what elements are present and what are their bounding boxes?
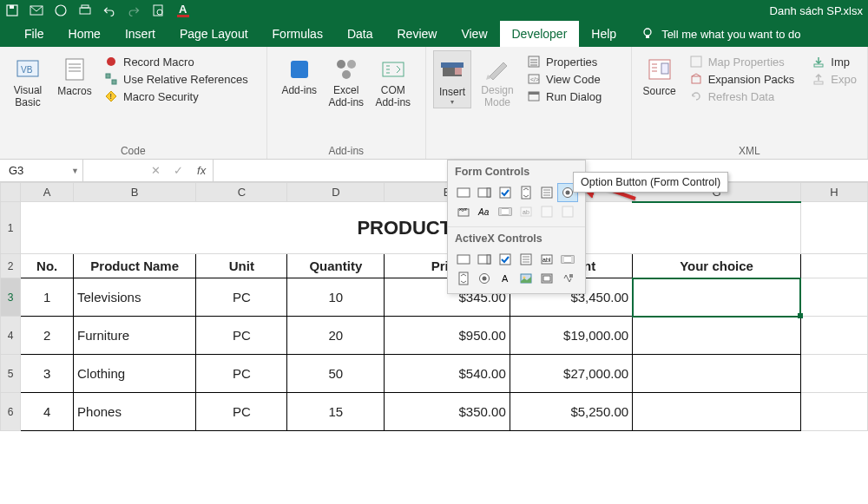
- properties-button[interactable]: Properties: [523, 54, 605, 69]
- cell-A5[interactable]: 3: [21, 355, 74, 393]
- expansion-packs-button[interactable]: Expansion Packs: [686, 71, 799, 87]
- source-button[interactable]: Source: [639, 50, 681, 99]
- email-icon[interactable]: [30, 3, 43, 17]
- label-activex[interactable]: A: [495, 269, 516, 288]
- groupbox-form-control[interactable]: xyz: [453, 202, 474, 221]
- button-form-control[interactable]: [453, 183, 474, 202]
- col-header-D[interactable]: D: [287, 183, 385, 202]
- togglebutton-activex[interactable]: [536, 269, 557, 288]
- fx-icon[interactable]: fx: [197, 164, 206, 177]
- relative-references-button[interactable]: Use Relative References: [101, 71, 252, 87]
- cell-H5[interactable]: [800, 355, 867, 393]
- listbox-form-control[interactable]: [536, 183, 557, 202]
- view-code-button[interactable]: </>View Code: [523, 71, 605, 87]
- cell-G6[interactable]: [633, 393, 801, 431]
- cell-H1[interactable]: [800, 202, 867, 254]
- cancel-icon[interactable]: ✕: [151, 164, 161, 177]
- select-all-corner[interactable]: [1, 183, 21, 202]
- tab-developer[interactable]: Developer: [500, 21, 580, 47]
- commandbutton-activex[interactable]: [453, 250, 474, 269]
- name-box[interactable]: G3▼: [0, 160, 83, 181]
- row-header-2[interactable]: 2: [1, 254, 21, 278]
- listbox-activex[interactable]: [516, 250, 536, 269]
- cell-E6[interactable]: $350.00: [385, 393, 510, 431]
- insert-controls-button[interactable]: Insert ▾: [433, 50, 471, 108]
- addins-button[interactable]: Add-ins: [279, 50, 320, 99]
- cell-A4[interactable]: 2: [21, 317, 74, 355]
- spinbutton-activex[interactable]: [453, 269, 474, 288]
- tab-file[interactable]: File: [12, 21, 56, 47]
- cell-C5[interactable]: PC: [196, 355, 287, 393]
- cell-H6[interactable]: [800, 393, 867, 431]
- record-macro-button[interactable]: Record Macro: [101, 54, 252, 69]
- scrollbar-activex[interactable]: [557, 250, 578, 269]
- col-header-C[interactable]: C: [196, 183, 287, 202]
- col-header-A[interactable]: A: [21, 183, 74, 202]
- row-header-4[interactable]: 4: [1, 317, 21, 355]
- cell-B6[interactable]: Phones: [74, 393, 196, 431]
- row-header-1[interactable]: 1: [1, 202, 21, 254]
- combobox-form-control[interactable]: [474, 183, 495, 202]
- run-dialog-button[interactable]: Run Dialog: [523, 88, 605, 104]
- tab-data[interactable]: Data: [335, 21, 385, 47]
- cell-B3[interactable]: Televisions: [74, 278, 196, 317]
- circle-icon[interactable]: [54, 3, 68, 17]
- tab-help[interactable]: Help: [579, 21, 628, 47]
- save-icon[interactable]: [5, 3, 19, 17]
- cell-title[interactable]: PRODUCTS: [21, 202, 801, 254]
- quick-print-icon[interactable]: [78, 3, 92, 17]
- combobox-activex[interactable]: [474, 250, 495, 269]
- col-header-H[interactable]: H: [800, 183, 867, 202]
- cell-H2[interactable]: [800, 254, 867, 278]
- image-activex[interactable]: [516, 269, 536, 288]
- macro-security-button[interactable]: !Macro Security: [101, 88, 252, 104]
- tab-page-layout[interactable]: Page Layout: [168, 21, 260, 47]
- cell-D3[interactable]: 10: [287, 278, 385, 317]
- import-button[interactable]: Imp: [808, 54, 860, 69]
- cell-D2[interactable]: Quantity: [287, 254, 385, 278]
- cell-D6[interactable]: 15: [287, 393, 385, 431]
- optionbutton-activex[interactable]: [474, 269, 495, 288]
- cell-B5[interactable]: Clothing: [74, 355, 196, 393]
- cell-H4[interactable]: [800, 317, 867, 355]
- com-addins-button[interactable]: COM Add-ins: [372, 50, 414, 111]
- cell-G5[interactable]: [633, 355, 801, 393]
- cell-E4[interactable]: $950.00: [385, 317, 510, 355]
- tab-home[interactable]: Home: [56, 21, 113, 47]
- row-header-5[interactable]: 5: [1, 355, 21, 393]
- textbox-activex[interactable]: abl: [536, 250, 557, 269]
- cell-F4[interactable]: $19,000.00: [510, 317, 632, 355]
- scrollbar-form-control[interactable]: [495, 202, 516, 221]
- cell-D5[interactable]: 50: [287, 355, 385, 393]
- font-color-icon[interactable]: A: [175, 3, 194, 17]
- cell-G2[interactable]: Your choice: [633, 254, 801, 278]
- col-header-B[interactable]: B: [74, 183, 196, 202]
- tab-insert[interactable]: Insert: [113, 21, 168, 47]
- macros-button[interactable]: Macros: [54, 50, 95, 99]
- cell-B2[interactable]: Product Name: [74, 254, 196, 278]
- cell-D4[interactable]: 20: [287, 317, 385, 355]
- enter-icon[interactable]: ✓: [174, 164, 183, 177]
- cell-C3[interactable]: PC: [196, 278, 287, 317]
- cell-F5[interactable]: $27,000.00: [510, 355, 632, 393]
- label-form-control[interactable]: Aa: [474, 202, 495, 221]
- undo-icon[interactable]: [102, 3, 116, 17]
- spinbutton-form-control[interactable]: [516, 183, 536, 202]
- checkbox-activex[interactable]: [495, 250, 516, 269]
- cell-G4[interactable]: [633, 317, 801, 355]
- row-header-6[interactable]: 6: [1, 393, 21, 431]
- redo-icon[interactable]: [127, 3, 141, 17]
- map-properties-button[interactable]: Map Properties: [686, 54, 799, 69]
- cell-C2[interactable]: Unit: [196, 254, 287, 278]
- cell-F6[interactable]: $5,250.00: [510, 393, 632, 431]
- tab-review[interactable]: Review: [385, 21, 450, 47]
- chevron-down-icon[interactable]: ▼: [71, 167, 79, 175]
- visual-basic-button[interactable]: VB Visual Basic: [7, 50, 49, 111]
- tab-view[interactable]: View: [449, 21, 499, 47]
- worksheet[interactable]: A B C D E F G H 1 PRODUCTS 2 No. Product…: [0, 182, 868, 431]
- cell-C4[interactable]: PC: [196, 317, 287, 355]
- cell-A2[interactable]: No.: [21, 254, 74, 278]
- refresh-data-button[interactable]: Refresh Data: [686, 88, 799, 104]
- export-button[interactable]: Expo: [808, 71, 860, 87]
- print-preview-icon[interactable]: [151, 3, 165, 17]
